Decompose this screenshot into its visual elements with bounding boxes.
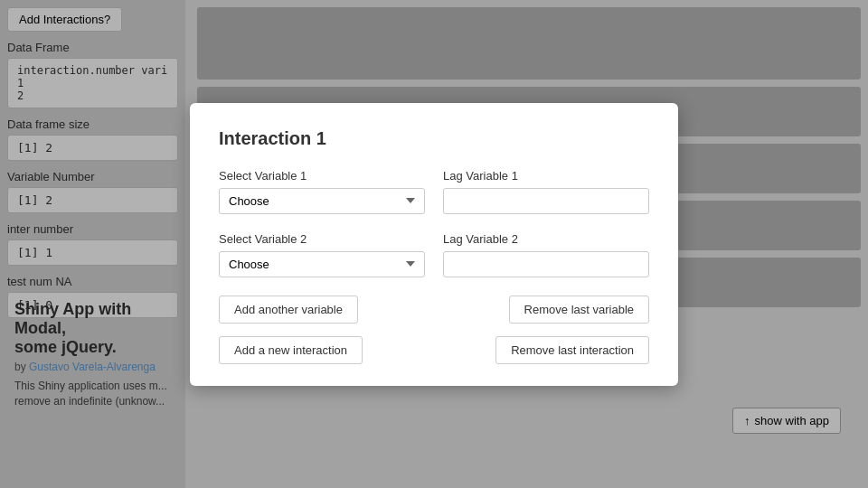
add-interaction-button[interactable]: Add a new interaction (219, 336, 363, 364)
variable1-select[interactable]: Choose (219, 188, 425, 214)
modal-overlay: Interaction 1 Select Variable 1 Choose L… (0, 0, 868, 488)
modal-dialog: Interaction 1 Select Variable 1 Choose L… (190, 103, 678, 386)
lag1-field: Lag Variable 1 (443, 169, 649, 214)
variable2-select[interactable]: Choose (219, 251, 425, 277)
lag2-field: Lag Variable 2 (443, 232, 649, 277)
variable2-field: Select Variable 2 Choose (219, 232, 425, 277)
variable1-label: Select Variable 1 (219, 169, 425, 183)
variable2-label: Select Variable 2 (219, 232, 425, 246)
lag1-label: Lag Variable 1 (443, 169, 649, 183)
remove-interaction-button[interactable]: Remove last interaction (495, 336, 649, 364)
lag2-input[interactable] (443, 251, 649, 277)
variable1-field: Select Variable 1 Choose (219, 169, 425, 214)
lag1-input[interactable] (443, 188, 649, 214)
modal-title: Interaction 1 (219, 128, 649, 149)
add-variable-button[interactable]: Add another variable (219, 296, 358, 324)
variable-buttons-row: Add another variable Remove last variabl… (219, 296, 649, 324)
modal-row-1: Select Variable 1 Choose Lag Variable 1 (219, 169, 649, 214)
remove-variable-button[interactable]: Remove last variable (509, 296, 649, 324)
lag2-label: Lag Variable 2 (443, 232, 649, 246)
interaction-buttons-row: Add a new interaction Remove last intera… (219, 336, 649, 364)
modal-row-2: Select Variable 2 Choose Lag Variable 2 (219, 232, 649, 277)
